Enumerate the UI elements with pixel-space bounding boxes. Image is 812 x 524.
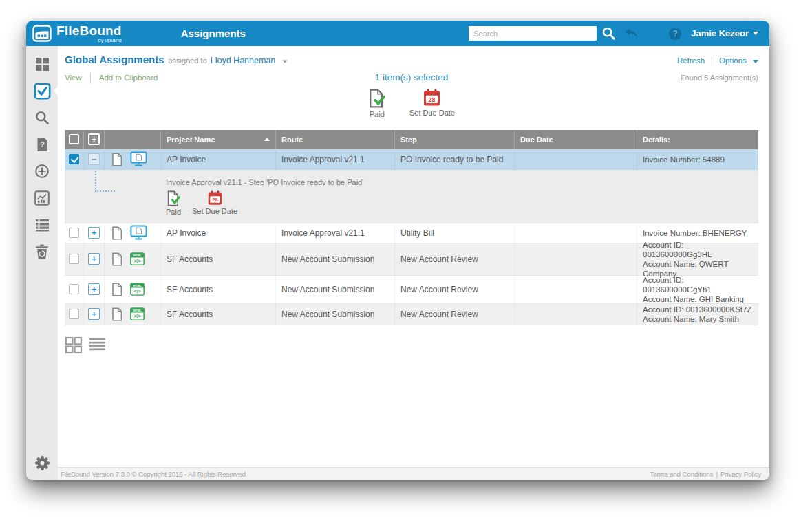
help-icon[interactable] <box>669 28 681 40</box>
html-label: HTML <box>133 309 142 312</box>
paid-action-button[interactable]: Paid <box>166 190 181 216</box>
html-label: HTML <box>133 254 142 257</box>
sidebar-item-settings[interactable] <box>32 452 52 473</box>
cell-project: SF Accounts <box>161 243 276 275</box>
global-assignments-title: Global Assignments <box>65 54 164 65</box>
cell-due-date <box>515 304 637 325</box>
select-all-checkbox[interactable] <box>69 134 79 144</box>
header-project-name[interactable]: Project Name <box>161 130 276 149</box>
page-header-actions: Refresh Options <box>677 56 758 66</box>
brand-name: FileBound <box>56 24 122 37</box>
expand-row-icon[interactable] <box>88 227 100 239</box>
document-icon[interactable] <box>111 283 122 296</box>
expand-all-icon[interactable] <box>88 133 100 145</box>
row-checkbox[interactable] <box>69 284 79 294</box>
sidebar-item-dashboard[interactable] <box>32 54 52 74</box>
paid-action-button[interactable]: Paid <box>368 89 386 124</box>
add-to-clipboard-button[interactable]: Add to Clipboard <box>99 74 158 82</box>
cell-step: Utility Bill <box>395 223 515 243</box>
viewer-monitor-icon[interactable] <box>130 225 147 241</box>
project-name-header-label: Project Name <box>167 135 215 144</box>
header-expand-cell <box>84 130 105 149</box>
refresh-button[interactable]: Refresh <box>677 56 705 65</box>
viewer-monitor-icon[interactable] <box>130 151 147 167</box>
set-due-date-action-button[interactable]: 28 Set Due Date <box>409 89 455 124</box>
row-checkbox[interactable] <box>69 309 79 319</box>
row-checkbox[interactable] <box>69 254 79 264</box>
html-file-icon[interactable]: HTML </> <box>130 283 145 296</box>
expanded-step-text: Invoice Approval v21.1 - Step 'PO Invoic… <box>166 178 363 186</box>
sidebar-item-assignments[interactable] <box>32 80 52 101</box>
found-count-text: Found 5 Assignment(s) <box>681 74 758 82</box>
version-text: FileBound Version 7.3.0 © Copyright 2016… <box>61 470 246 478</box>
expand-row-icon[interactable] <box>88 253 100 265</box>
terms-link[interactable]: Terms and Conditions <box>650 470 714 478</box>
row-icons-cell <box>105 149 161 170</box>
top-navigation-bar: FileBound by upland Assignments <box>26 21 769 46</box>
html-file-icon[interactable]: HTML </> <box>130 252 145 265</box>
assignee-dropdown[interactable]: Lloyd Hanneman <box>211 56 288 65</box>
header-route[interactable]: Route <box>276 130 395 149</box>
calendar-day-text: 28 <box>429 96 436 102</box>
assignee-name: Lloyd Hanneman <box>211 56 276 65</box>
list-view-toggle[interactable] <box>89 336 106 354</box>
expand-row-icon[interactable] <box>88 308 100 320</box>
row-check-cell <box>65 243 84 275</box>
sidebar-item-reports[interactable] <box>32 188 52 208</box>
divider <box>712 56 712 66</box>
search-input[interactable] <box>469 26 597 41</box>
set-due-date-label: Set Due Date <box>409 109 455 117</box>
user-menu[interactable]: Jamie Kezeor <box>691 28 758 39</box>
document-icon[interactable] <box>111 226 122 240</box>
row-check-cell <box>65 223 84 243</box>
row-checkbox[interactable] <box>69 228 79 238</box>
grid-view-icon <box>65 336 83 354</box>
grid-view-toggle[interactable] <box>65 336 83 354</box>
assignments-table: Project Name Route Step Due Date Details… <box>65 130 758 325</box>
sidebar-item-lists[interactable] <box>32 215 52 235</box>
cell-step: PO Invoice ready to be Paid <box>395 149 515 170</box>
search-icon[interactable] <box>601 26 616 41</box>
expand-row-icon[interactable] <box>88 283 100 295</box>
view-button[interactable]: View <box>65 74 82 82</box>
header-step[interactable]: Step <box>395 130 515 149</box>
html-file-icon[interactable]: HTML </> <box>130 307 145 320</box>
sidebar-item-search[interactable] <box>32 107 52 128</box>
chevron-down-icon <box>753 60 758 63</box>
header-details[interactable]: Details: <box>637 130 758 149</box>
cell-route: New Account Submission <box>276 304 395 325</box>
bulk-actions-row: Paid 28 Set Due Date <box>65 89 758 124</box>
options-button[interactable]: Options <box>719 56 758 65</box>
row-expand-cell <box>84 243 105 275</box>
search-icon <box>34 110 50 125</box>
page-title: Assignments <box>181 28 246 39</box>
page-header: Global Assignments assigned to Lloyd Han… <box>65 54 758 66</box>
paid-label: Paid <box>166 208 181 216</box>
collapse-row-icon[interactable] <box>88 153 100 165</box>
cell-details: Account ID: 0013600000KSt7Z Account Name… <box>637 304 758 325</box>
filebound-logo[interactable]: FileBound by upland <box>26 24 122 43</box>
cell-details: Account ID: 0013600000Gg3HL Account Name… <box>637 243 758 275</box>
header-icons-cell <box>105 130 161 149</box>
row-checkbox-checked[interactable] <box>69 154 79 164</box>
cell-step: New Account Review <box>395 304 515 325</box>
sidebar-item-document-help[interactable]: ? <box>32 134 52 155</box>
privacy-link[interactable]: Privacy Policy <box>720 470 761 478</box>
row-expand-cell <box>84 149 105 170</box>
sidebar-item-recycle-bin[interactable] <box>32 241 52 262</box>
document-icon[interactable] <box>111 252 122 266</box>
set-due-date-action-button[interactable]: 28 Set Due Date <box>192 190 237 216</box>
undo-arrow-icon[interactable] <box>624 28 639 39</box>
header-due-date[interactable]: Due Date <box>515 130 637 149</box>
recycle-bin-icon <box>35 244 49 259</box>
cell-details: Invoice Number: 54889 <box>637 149 758 170</box>
calendar-day-text: 28 <box>212 196 217 202</box>
footer-links: Terms and Conditions | Privacy Policy <box>650 470 761 478</box>
sort-ascending-icon <box>264 138 270 141</box>
details-line: Account ID: 0013600000GgYh1 <box>643 275 753 294</box>
document-icon[interactable] <box>111 307 122 321</box>
left-sidebar: ? <box>26 46 58 480</box>
sidebar-item-add[interactable] <box>32 161 52 182</box>
document-icon[interactable] <box>111 153 122 166</box>
view-toggle-group <box>65 336 758 354</box>
